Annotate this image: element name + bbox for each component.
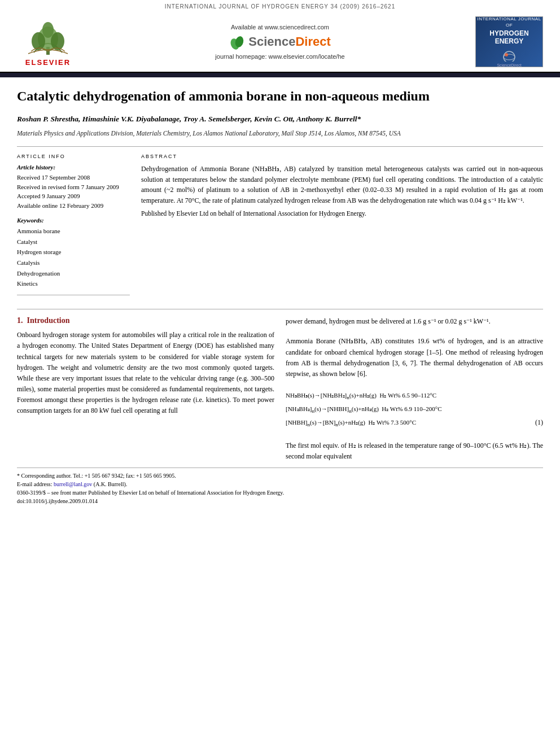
eq3-text: [NHBH]n(s)→[BN]n(s)+nH₂(g) H₂ Wt% 7.3 50… [286, 417, 530, 430]
equations-block: NH₃BH₃(s)→[NH₂BH₂]n(s)+nH₂(g) H₂ Wt% 6.5… [286, 386, 543, 434]
accepted-date: Accepted 9 January 2009 [17, 191, 130, 201]
journal-title-header: INTERNATIONAL JOURNAL OF HYDROGEN ENERGY… [165, 3, 395, 10]
journal-homepage: journal homepage: www.elsevier.com/locat… [215, 53, 344, 60]
doi-footnote: doi:10.1016/j.ijhydene.2009.01.014 [17, 497, 543, 505]
affiliation: Materials Physics and Applications Divis… [17, 129, 543, 138]
svg-point-9 [505, 53, 508, 56]
article-title: Catalytic dehydrogenation of ammonia bor… [17, 88, 543, 105]
he-logo-bottom [495, 49, 523, 63]
elsevier-tree-icon [23, 18, 73, 57]
email-footnote: E-mail address: burrell@lanl.gov (A.K. B… [17, 480, 543, 488]
keyword-6: Kinetics [17, 278, 130, 289]
eq3-num: (1) [530, 416, 543, 429]
he-sd-label: ScienceDirect [497, 63, 521, 67]
header-logos: ELSEVIER Available at www.sciencedirect.… [0, 11, 560, 73]
eq1-text: NH₃BH₃(s)→[NH₂BH₂]n(s)+nH₂(g) H₂ Wt% 6.5… [286, 390, 537, 403]
published-by: Published by Elsevier Ltd on behalf of I… [141, 210, 543, 217]
online-date: Available online 12 February 2009 [17, 201, 130, 211]
page: INTERNATIONAL JOURNAL OF HYDROGEN ENERGY… [0, 0, 560, 747]
eq2-text: [NH₂BH₂]n(s)→[NHBH]n(s)+nH₂(g) H₂ Wt% 6.… [286, 403, 537, 417]
body-left-col: 1. Introduction Onboard hydrogen storage… [17, 316, 274, 462]
article-divider [17, 146, 543, 147]
intro-section-label: Introduction [27, 316, 70, 325]
corresponding-author: * Corresponding author. Tel.: +1 505 667… [17, 471, 543, 480]
sd-icon [229, 34, 245, 50]
left-col-divider [17, 295, 130, 295]
equation-1: NH₃BH₃(s)→[NH₂BH₂]n(s)+nH₂(g) H₂ Wt% 6.5… [286, 390, 543, 403]
article-info-abstract-section: ARTICLE INFO Article history: Received 1… [17, 154, 543, 301]
body-right-col: power demand, hydrogen must be delivered… [286, 316, 543, 462]
intro-section-num: 1. [17, 316, 23, 325]
intro-section-title: 1. Introduction [17, 316, 274, 325]
keyword-1: Ammonia borane [17, 226, 130, 237]
svg-point-4 [42, 22, 54, 38]
right-text-3: The first mol equiv. of H₂ is released i… [286, 440, 543, 462]
email-link[interactable]: burrell@lanl.gov [54, 481, 92, 487]
equation-2: [NH₂BH₂]n(s)→[NHBH]n(s)+nH₂(g) H₂ Wt% 6.… [286, 403, 543, 417]
body-divider [17, 309, 543, 309]
article-content: Catalytic dehydrogenation of ammonia bor… [0, 77, 560, 511]
article-info-label: ARTICLE INFO [17, 154, 130, 159]
article-info-col: ARTICLE INFO Article history: Received 1… [17, 154, 130, 301]
svg-point-3 [51, 32, 64, 50]
sd-name: ScienceDirect [248, 34, 331, 49]
intro-left-text: Onboard hydrogen storage system for auto… [17, 330, 274, 417]
journal-header-bar: INTERNATIONAL JOURNAL OF HYDROGEN ENERGY… [0, 0, 560, 11]
keywords-section: Keywords: Ammonia borane Catalyst Hydrog… [17, 217, 130, 289]
issn-footnote: 0360-3199/$ – see front matter Published… [17, 488, 543, 497]
he-logo-main: HYDROGENENERGY [489, 29, 528, 46]
footer-section: * Corresponding author. Tel.: +1 505 667… [17, 468, 543, 505]
keyword-4: Catalysis [17, 257, 130, 268]
abstract-text: Dehydrogenation of Ammonia Borane (NH₃BH… [141, 164, 543, 206]
received-date: Received 17 September 2008 [17, 173, 130, 182]
sd-leaves-icon [229, 34, 245, 50]
right-text-1: power demand, hydrogen must be delivered… [286, 316, 543, 327]
equation-3: [NHBH]n(s)→[BN]n(s)+nH₂(g) H₂ Wt% 7.3 50… [286, 416, 543, 430]
elsevier-logo: ELSEVIER [11, 18, 85, 67]
body-section: 1. Introduction Onboard hydrogen storage… [17, 316, 543, 462]
right-text-2: Ammonia Borane (NH₃BH₃, AB) constitutes … [286, 336, 543, 379]
center-logo-area: Available at www.sciencedirect.com Scien… [85, 24, 475, 60]
abstract-col: ABSTRACT Dehydrogenation of Ammonia Bora… [141, 154, 543, 301]
keywords-label: Keywords: [17, 217, 130, 224]
elsevier-brand-label: ELSEVIER [25, 58, 71, 67]
he-logo-title: International Journal of [476, 16, 542, 28]
authors: Roshan P. Shrestha, Himashinie V.K. Diya… [17, 113, 543, 125]
authors-text: Roshan P. Shrestha, Himashinie V.K. Diya… [17, 115, 361, 123]
revised-date: Received in revised form 7 January 2009 [17, 182, 130, 192]
black-bar [0, 73, 560, 77]
article-history-label: Article history: [17, 164, 130, 171]
hydrogen-energy-logo: International Journal of HYDROGENENERGY … [475, 16, 543, 67]
keyword-5: Dehydrogenation [17, 268, 130, 279]
keyword-2: Catalyst [17, 237, 130, 247]
he-logo-sphere-icon [495, 49, 523, 62]
svg-point-2 [32, 32, 45, 50]
available-text: Available at www.sciencedirect.com [231, 24, 329, 30]
keyword-3: Hydrogen storage [17, 247, 130, 257]
sciencedirect-logo: ScienceDirect [229, 34, 331, 50]
abstract-section-label: ABSTRACT [141, 154, 543, 159]
